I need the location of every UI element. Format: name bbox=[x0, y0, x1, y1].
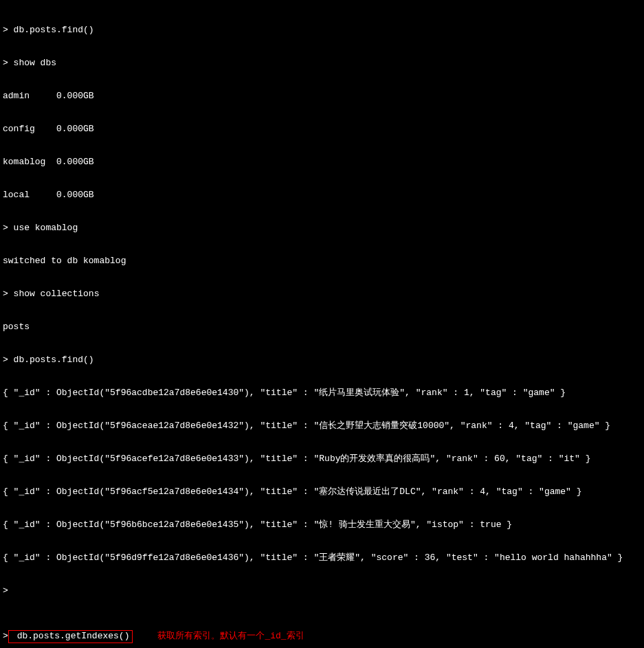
highlight-box: db.posts.getIndexes() bbox=[8, 630, 133, 643]
output-line: komablog 0.000GB bbox=[3, 157, 641, 168]
command-line: db.posts.find() bbox=[3, 355, 641, 366]
output-line: switched to db komablog bbox=[3, 256, 641, 267]
output-line: { "_id" : ObjectId("5f96b6bce12a7d8e6e0e… bbox=[3, 519, 641, 530]
empty-prompt: > bbox=[3, 585, 641, 596]
highlighted-command: > db.posts.getIndexes()获取所有索引。默认有一个_id_索… bbox=[3, 629, 641, 644]
output-line: config 0.000GB bbox=[3, 124, 641, 135]
output-line: { "_id" : ObjectId("5f96aceae12a7d8e6e0e… bbox=[3, 421, 641, 432]
output-line: { "_id" : ObjectId("5f96acf5e12a7d8e6e0e… bbox=[3, 487, 641, 498]
command-text: db.posts.getIndexes() bbox=[17, 631, 130, 641]
command-line: use komablog bbox=[3, 223, 641, 234]
command-line: db.posts.find() bbox=[3, 25, 641, 36]
command-line: show dbs bbox=[3, 58, 641, 69]
output-line: posts bbox=[3, 322, 641, 333]
output-line: { "_id" : ObjectId("5f96acdbe12a7d8e6e0e… bbox=[3, 388, 641, 399]
output-line: { "_id" : ObjectId("5f96acefe12a7d8e6e0e… bbox=[3, 454, 641, 465]
output-line: admin 0.000GB bbox=[3, 91, 641, 102]
output-line: { "_id" : ObjectId("5f96d9ffe12a7d8e6e0e… bbox=[3, 552, 641, 563]
annotation-text: 获取所有索引。默认有一个_id_索引 bbox=[157, 631, 304, 641]
terminal-window[interactable]: db.posts.find() show dbs admin 0.000GB c… bbox=[0, 0, 644, 648]
command-line: show collections bbox=[3, 289, 641, 300]
output-line: local 0.000GB bbox=[3, 190, 641, 201]
